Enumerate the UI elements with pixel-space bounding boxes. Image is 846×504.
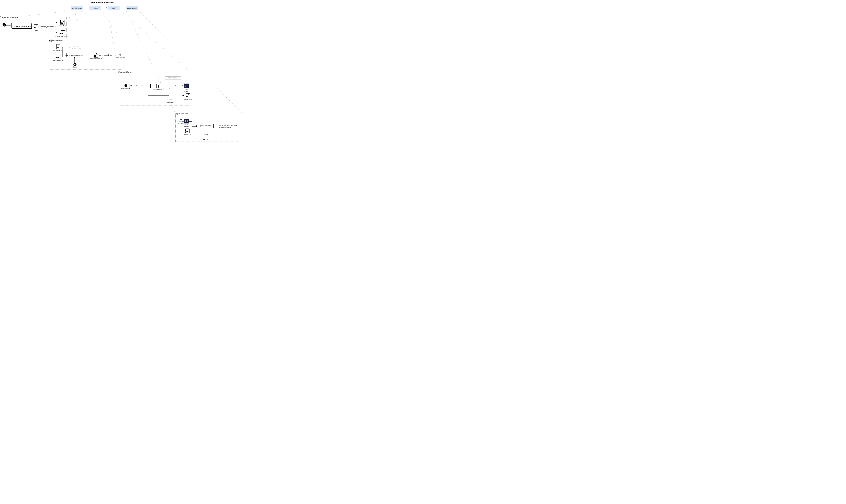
matrix-icon bbox=[156, 84, 160, 88]
heroku-icon: H bbox=[204, 134, 208, 138]
csv-icon bbox=[57, 54, 61, 59]
disk-icon bbox=[169, 98, 172, 102]
file-label: brands.csv bbox=[184, 98, 192, 100]
repo-name: garrascobike-core bbox=[51, 40, 63, 42]
repo-name: garrascobike-be bbox=[177, 113, 188, 115]
github-icon bbox=[118, 71, 120, 73]
proc-correlation-eda-notebook: 01-correlation-eda.ipynb bbox=[165, 76, 181, 79]
file-label: comments.csv bbox=[57, 25, 67, 27]
github-icon bbox=[175, 113, 177, 115]
colab-node: G Colab bbox=[73, 63, 77, 68]
proc-subreddit-downloader: subreddit_downloader.py bbox=[13, 24, 32, 29]
file-raw-csv: Raw bbox=[34, 24, 38, 31]
brain-icon bbox=[184, 84, 189, 88]
svg-line-8 bbox=[120, 11, 191, 72]
file-label: submissions.csv bbox=[53, 59, 64, 61]
proc-entities-extraction: 01_entities_extraction.py bbox=[66, 53, 83, 57]
elasticsearch-node-2: Elasticsearch bbox=[121, 84, 130, 89]
file-label: correlations.npz bbox=[153, 88, 164, 90]
node-label: Elasticsearch bbox=[121, 88, 130, 89]
svg-rect-36 bbox=[119, 55, 122, 55]
endpoint-brands-available: /brands/available bbox=[219, 126, 238, 129]
elasticsearch-node-1: Elasticsearch bbox=[116, 53, 125, 59]
elasticsearch-icon bbox=[124, 84, 127, 87]
svg-point-37 bbox=[119, 55, 122, 56]
svg-point-29 bbox=[2, 23, 6, 26]
diagram-title: Architecture overview bbox=[90, 1, 113, 4]
file-label: submissions.csv bbox=[57, 36, 68, 37]
node-label: KNN model bbox=[183, 89, 189, 92]
repo-chip: subreddit-comments-dl bbox=[0, 16, 18, 18]
knn-model-node-2: KNN model bbox=[184, 119, 189, 127]
svg-point-35 bbox=[119, 54, 122, 54]
svg-point-50 bbox=[181, 121, 182, 121]
stage-serve: Serve the truth base as a service bbox=[126, 5, 138, 10]
csv-icon bbox=[186, 128, 190, 133]
disk-icon bbox=[179, 119, 182, 122]
csv-icon bbox=[56, 44, 60, 49]
node-label: Colab bbox=[73, 66, 77, 68]
repo-name: garrascobike-core bbox=[120, 71, 133, 73]
stage-eda: Exploratory Data Analysis bbox=[89, 5, 101, 10]
colab-icon: G bbox=[73, 63, 76, 66]
file-label: brands.csv bbox=[184, 133, 191, 135]
stage-build: Build the truth base bbox=[108, 5, 120, 10]
file-submissions-csv-2: submissions.csv bbox=[53, 54, 64, 61]
node-label: Heroku bbox=[203, 139, 208, 140]
svg-point-26 bbox=[0, 17, 2, 18]
node-label: Elasticsearch bbox=[116, 57, 125, 59]
repo-chip: garrascobike-core bbox=[118, 71, 133, 73]
knn-model-node: KNN model bbox=[183, 84, 189, 92]
reddit-icon bbox=[2, 23, 6, 27]
proc-garrascobike-be: garrascobike-be bbox=[198, 124, 213, 128]
svg-rect-42 bbox=[124, 85, 127, 86]
node-label: KNN model bbox=[184, 124, 189, 127]
csv-icon bbox=[34, 24, 38, 29]
svg-point-45 bbox=[171, 100, 171, 100]
file-label: extraction.parquet bbox=[90, 58, 102, 59]
repo-chip: garrascobike-core bbox=[49, 40, 63, 42]
file-comments-csv-2: comments.csv bbox=[53, 44, 63, 51]
svg-point-38 bbox=[118, 71, 120, 73]
svg-point-43 bbox=[124, 86, 127, 87]
brain-icon bbox=[184, 119, 189, 124]
svg-line-4 bbox=[67, 11, 83, 19]
proc-recommendation-trainer: 04_recommendation_trainer.py bbox=[161, 84, 181, 88]
repo-name: subreddit-comments-dl bbox=[2, 17, 18, 18]
svg-point-33 bbox=[49, 40, 50, 41]
csv-icon bbox=[61, 31, 65, 35]
svg-point-31 bbox=[4, 25, 5, 25]
svg-point-40 bbox=[119, 72, 120, 72]
file-submissions-csv: submissions.csv bbox=[57, 31, 68, 37]
csv-icon bbox=[186, 93, 190, 98]
file-comments-csv: comments.csv bbox=[57, 20, 67, 27]
svg-point-39 bbox=[119, 72, 119, 72]
heroku-node: H Heroku bbox=[203, 134, 208, 140]
file-brands-csv: brands.csv bbox=[184, 93, 192, 100]
svg-point-48 bbox=[176, 113, 176, 114]
file-label: comments.csv bbox=[53, 49, 63, 51]
repo-chip: garrascobike-be bbox=[175, 113, 188, 115]
svg-point-41 bbox=[124, 84, 127, 85]
stage-gather: Gather unstructured data bbox=[71, 5, 83, 10]
node-label: backblaze bbox=[178, 123, 184, 124]
svg-point-28 bbox=[1, 17, 1, 17]
proc-correlation-extraction: 03_correlation_extraction.py bbox=[129, 84, 151, 88]
csv-icon bbox=[60, 20, 65, 25]
api-endpoints: /recommender/{bike_name} /brands/availab… bbox=[219, 124, 238, 129]
svg-point-27 bbox=[0, 17, 1, 17]
svg-point-30 bbox=[3, 25, 4, 25]
file-brands-csv-2: brands.csv bbox=[184, 128, 191, 135]
github-icon bbox=[0, 16, 2, 18]
elasticsearch-icon bbox=[119, 53, 122, 57]
proc-dataset-builder: dataset_builder.py bbox=[41, 25, 54, 29]
backblaze-node-1: backblaze bbox=[168, 98, 173, 103]
svg-point-46 bbox=[175, 113, 177, 115]
file-label: Raw bbox=[35, 30, 38, 31]
endpoint-recommender: /recommender/{bike_name} bbox=[219, 124, 238, 126]
svg-line-6 bbox=[102, 11, 122, 41]
svg-point-47 bbox=[175, 113, 176, 114]
svg-point-32 bbox=[49, 40, 51, 42]
backblaze-node-2: backblaze bbox=[178, 119, 184, 124]
architecture-diagram: Architecture overview Gather unstructure… bbox=[0, 0, 244, 143]
